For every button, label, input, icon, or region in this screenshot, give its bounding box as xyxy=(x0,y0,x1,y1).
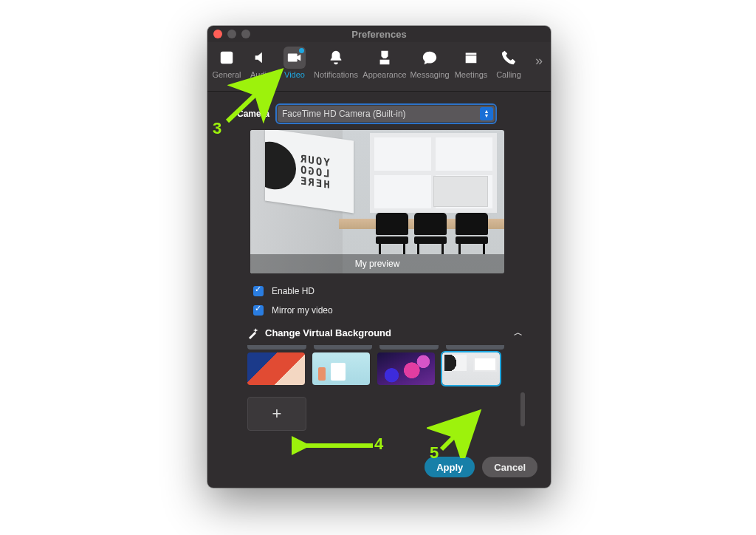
svg-rect-0 xyxy=(221,52,233,64)
apply-button[interactable]: Apply xyxy=(425,457,475,477)
camera-selected-value: FaceTime HD Camera (Built-in) xyxy=(282,109,406,119)
video-options: Enable HD Mirror my video xyxy=(250,284,537,318)
general-icon xyxy=(216,47,238,69)
virtual-bg-grid: + xyxy=(247,352,513,431)
tab-meetings[interactable]: Meetings xyxy=(451,45,491,79)
titlebar: Preferences xyxy=(207,26,551,42)
tab-messaging[interactable]: Messaging xyxy=(410,45,450,79)
camera-row: Camera FaceTime HD Camera (Built-in) ▲▼ xyxy=(237,105,537,123)
maximize-window-button[interactable] xyxy=(241,30,250,38)
plus-icon: + xyxy=(272,404,282,423)
tab-appearance[interactable]: Appearance xyxy=(361,45,408,79)
virtual-bg-header[interactable]: Change Virtual Background ︿ xyxy=(247,327,537,339)
tab-label: General xyxy=(210,70,243,79)
chevron-double-right-icon: » xyxy=(535,53,543,69)
speaker-icon xyxy=(250,47,272,69)
virtual-bg-add-button[interactable]: + xyxy=(247,397,306,431)
badge-dot xyxy=(299,48,304,53)
virtual-bg-thumb-3[interactable] xyxy=(377,352,435,385)
virtual-bg-scrollbar[interactable] xyxy=(520,392,525,426)
tab-notifications[interactable]: Notifications xyxy=(312,45,360,79)
dialog-footer: Apply Cancel xyxy=(425,457,537,477)
enable-hd-checkbox[interactable] xyxy=(253,286,264,296)
minimize-window-button[interactable] xyxy=(227,30,236,38)
virtual-bg-title: Change Virtual Background xyxy=(265,327,391,338)
cancel-button[interactable]: Cancel xyxy=(482,457,537,477)
calendar-icon xyxy=(460,47,482,69)
chat-icon xyxy=(419,47,441,69)
tab-label: Messaging xyxy=(410,70,450,79)
camera-select[interactable]: FaceTime HD Camera (Built-in) ▲▼ xyxy=(277,105,495,123)
bell-icon xyxy=(325,47,347,69)
toolbar-overflow-button[interactable]: » xyxy=(530,45,548,76)
window-title: Preferences xyxy=(351,29,406,40)
preview-logo-text: YOURLOGOHERE xyxy=(299,153,330,191)
camera-icon xyxy=(284,47,306,69)
enable-hd-label: Enable HD xyxy=(272,286,315,296)
window-controls xyxy=(213,30,250,38)
tab-video[interactable]: Video xyxy=(278,45,311,79)
mirror-video-label: Mirror my video xyxy=(272,305,333,316)
camera-label: Camera xyxy=(237,109,269,119)
virtual-bg-thumb-1[interactable] xyxy=(247,352,305,385)
tab-label: Meetings xyxy=(451,70,491,79)
tab-label: Notifications xyxy=(312,70,360,79)
close-window-button[interactable] xyxy=(213,30,222,38)
chevron-up-icon: ︿ xyxy=(514,327,523,339)
tab-label: Audio xyxy=(244,70,277,79)
brush-icon xyxy=(374,47,396,69)
select-arrows-icon: ▲▼ xyxy=(480,107,493,120)
tab-label: Calling xyxy=(492,70,525,79)
cancel-label: Cancel xyxy=(494,462,526,473)
preferences-body: Camera FaceTime HD Camera (Built-in) ▲▼ … xyxy=(207,92,551,431)
tab-audio[interactable]: Audio xyxy=(244,45,277,79)
tab-calling[interactable]: Calling xyxy=(492,45,525,79)
enable-hd-row[interactable]: Enable HD xyxy=(250,284,537,299)
tab-label: Appearance xyxy=(361,70,408,79)
preferences-window: Preferences General Audio Video xyxy=(207,26,551,488)
mirror-video-row[interactable]: Mirror my video xyxy=(250,303,537,318)
apply-label: Apply xyxy=(436,462,463,473)
preferences-toolbar: General Audio Video Notifications xyxy=(207,42,551,92)
tab-general[interactable]: General xyxy=(210,45,243,79)
virtual-bg-thumb-4[interactable] xyxy=(442,352,500,385)
preview-caption: My preview xyxy=(250,254,504,273)
wand-icon xyxy=(247,327,259,339)
mirror-video-checkbox[interactable] xyxy=(253,305,264,316)
phone-icon xyxy=(498,47,520,69)
virtual-bg-row-cut xyxy=(247,345,504,350)
video-preview: YOURLOGOHERE My preview xyxy=(250,130,504,273)
preview-logo-banner: YOURLOGOHERE xyxy=(265,130,354,213)
virtual-bg-thumb-2[interactable] xyxy=(312,352,370,385)
tab-label: Video xyxy=(278,70,311,79)
